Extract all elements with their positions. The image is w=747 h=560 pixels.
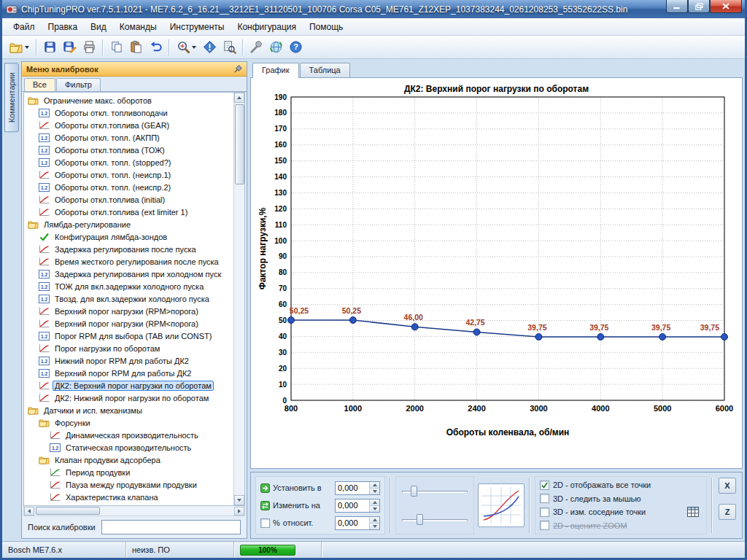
spin-up-button[interactable] (370, 482, 379, 489)
tab-graph[interactable]: График (252, 63, 299, 78)
y-tick-label: 40 (278, 332, 287, 341)
scroll-thumb[interactable] (235, 104, 244, 184)
tree-item[interactable]: 1.2Обороты откл. топл. (stopped?) (24, 156, 233, 168)
tab-table[interactable]: Таблица (300, 63, 350, 77)
calibration-search-input[interactable] (101, 520, 241, 534)
zoom-button[interactable] (173, 38, 199, 57)
tree-folder[interactable]: Лямбда-регулирование (24, 218, 233, 230)
tree-item[interactable]: 1.2Статическая производительность (24, 441, 233, 454)
tree-item[interactable]: 1.2Твозд. для вкл.задержки холодного пус… (24, 292, 233, 305)
tree-folder[interactable]: Датчики и исп. механизмы (24, 404, 233, 416)
menu-item-1[interactable]: Правка (42, 20, 85, 34)
copy-button[interactable] (107, 38, 125, 57)
tree-horizontal-scrollbar[interactable] (23, 506, 245, 516)
svg-text:1.2: 1.2 (41, 271, 47, 276)
tree-item[interactable]: 1.2Обороты откл. топл. (АКПП) (24, 131, 233, 144)
restore-button[interactable] (688, 0, 710, 13)
paste-button[interactable] (126, 38, 145, 57)
y-slider[interactable] (400, 513, 469, 526)
tree-item[interactable]: ДК2: Верхний порог нагрузки по оборотам (24, 379, 233, 392)
spin-up-button[interactable] (370, 517, 379, 524)
tree-item[interactable]: Обороты откл.топлива (ext limiter 1) (24, 206, 233, 218)
window-title: ChipTuningPRO ver.7.5.1.1021 - ME7.6.2_6… (21, 4, 662, 15)
globe-button[interactable] (266, 38, 285, 57)
tools-button[interactable] (247, 38, 266, 57)
percent-checkbox[interactable] (260, 518, 270, 528)
checkbox[interactable] (540, 508, 549, 517)
tree-item[interactable]: Время жесткого регулирования после пуска (24, 255, 233, 268)
print-button[interactable] (80, 38, 98, 57)
close-button[interactable] (710, 0, 742, 13)
scroll-up-button[interactable] (234, 93, 244, 103)
tree-item[interactable]: Верхний порог нагрузки (RPM>порога) (24, 305, 233, 317)
tree-item[interactable]: 1.2Обороты откл.топлива (ТОЖ) (24, 144, 233, 156)
comments-vertical-tab[interactable]: Комментарии (4, 63, 19, 132)
change-value-input[interactable] (336, 499, 369, 512)
tab-all[interactable]: Все (24, 78, 55, 91)
open-button[interactable] (6, 38, 32, 57)
menu-item-2[interactable]: Вид (84, 20, 113, 34)
menu-item-6[interactable]: Помощь (303, 20, 349, 34)
tree-item[interactable]: Обороты откл.топлива (initial) (24, 193, 233, 206)
tree-item[interactable]: Период продувки (24, 466, 233, 478)
tree-item[interactable]: Порог нагрузки по оборотам (24, 342, 233, 354)
set-value-input[interactable] (336, 482, 369, 494)
undo-button[interactable] (146, 38, 165, 57)
save-button[interactable] (40, 38, 59, 57)
tree-item[interactable]: 1.2ТОЖ для вкл.задержки холодного пуска (24, 280, 233, 292)
tree-vertical-scrollbar[interactable] (233, 93, 244, 505)
pin-icon[interactable] (234, 65, 242, 73)
scroll-right-button[interactable] (234, 507, 244, 516)
z-axis-button[interactable]: Z (719, 504, 736, 520)
tab-filter[interactable]: Фильтр (56, 78, 101, 91)
tree-item[interactable]: ДК2: Нижний порог нагрузки по оборотам (24, 392, 233, 404)
menu-item-0[interactable]: Файл (7, 20, 42, 34)
find-map-button[interactable] (220, 38, 239, 57)
tree-item[interactable]: 1.2Порог RPM для выбора (TAB или CONST) (24, 330, 233, 342)
spin-down-button[interactable] (370, 524, 379, 529)
checkbox[interactable] (540, 494, 549, 503)
tree-item[interactable]: Верхний порог нагрузки (RPM<порога) (24, 317, 233, 330)
spin-down-button[interactable] (370, 489, 379, 494)
scroll-left-button[interactable] (24, 507, 34, 516)
tree-item[interactable]: Конфигурация лямбда-зондов (24, 230, 233, 243)
tree-item[interactable]: Задержка регулирования после пуска (24, 243, 233, 255)
tree-item[interactable]: Пауза между продувками продувки (24, 478, 233, 491)
tree-item[interactable]: Динамическая производительность (24, 429, 233, 441)
tree-folder[interactable]: Клапан продувки адсорбера (24, 454, 233, 466)
tree-item[interactable]: Обороты откл. топл. (неиспр.1) (24, 168, 233, 181)
tree-item[interactable]: Обороты откл.топлива (GEAR) (24, 119, 233, 131)
menu-item-5[interactable]: Конфигурация (231, 20, 303, 34)
slider-thumb[interactable] (417, 514, 423, 525)
tree-item[interactable]: 1.2Обороты откл. топл. (неиспр.2) (24, 181, 233, 193)
menu-item-3[interactable]: Команды (113, 20, 163, 34)
tree-item[interactable]: Характеристика клапана (24, 491, 233, 503)
compare-button[interactable] (200, 38, 219, 57)
checkbox[interactable] (540, 481, 549, 490)
tree-item[interactable]: 1.2Задержка регулирования при холодном п… (24, 268, 233, 280)
save-as-button[interactable] (60, 38, 79, 57)
dropdown-caret-icon[interactable] (25, 46, 29, 49)
tree-item[interactable]: 1.2Нижний порог RPM для работы ДК2 (24, 354, 233, 367)
slider-thumb[interactable] (411, 486, 417, 497)
x-axis-button[interactable]: X (719, 478, 736, 494)
scroll-thumb[interactable] (36, 507, 100, 515)
relative-value-input[interactable] (336, 517, 369, 529)
slider-track[interactable] (402, 519, 468, 521)
tree-item[interactable]: 1.2Обороты откл. топливоподачи (24, 106, 233, 119)
chart[interactable]: 0102030405060708090100110120130140150160… (256, 94, 738, 463)
scroll-down-button[interactable] (234, 495, 244, 505)
spin-down-button[interactable] (370, 506, 379, 512)
menu-item-4[interactable]: Инструменты (163, 20, 231, 34)
checkbox[interactable] (540, 521, 549, 530)
x-slider[interactable] (400, 485, 469, 498)
tree-folder[interactable]: Ограничение макс. оборотов (24, 94, 233, 106)
dropdown-caret-icon[interactable] (192, 46, 196, 49)
x-tick-label: 5000 (653, 404, 670, 413)
minimize-button[interactable] (666, 0, 688, 13)
spin-up-button[interactable] (370, 499, 379, 506)
tree-item[interactable]: 1.2Верхний порог RPM для работы ДК2 (24, 367, 233, 379)
curve-preview-button[interactable] (478, 483, 525, 527)
tree-folder[interactable]: Форсунки (24, 416, 233, 429)
help-button[interactable]: ? (286, 38, 305, 57)
